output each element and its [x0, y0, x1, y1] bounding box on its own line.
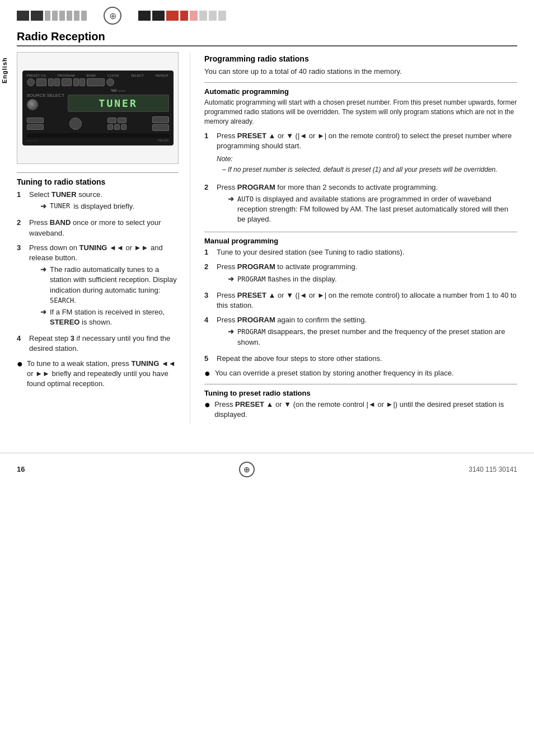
- source-knob: [27, 99, 38, 110]
- device-image: PRESET CH PROGRAM BAND CLOCK SELECT REPE…: [17, 52, 179, 164]
- top-bar: ⊕: [0, 0, 534, 25]
- auto-arrow-2: ➜ AUTO is displayed and available statio…: [228, 194, 517, 225]
- auto-step-2: 2 Press PROGRAM for more than 2 seconds …: [204, 182, 517, 227]
- btn-eject: [152, 116, 169, 123]
- stereo-display: TUNER: [68, 95, 169, 112]
- bar-right-3: [166, 11, 179, 21]
- tuning-step-2: 2 Press BAND once or more to select your…: [17, 218, 179, 238]
- btn-bottom-1: [27, 118, 44, 123]
- doc-number: 3140 115 30141: [469, 466, 517, 473]
- btn-sel-b: [79, 78, 85, 86]
- bar-right-1: [138, 11, 151, 21]
- manual-step-5: 5 Repeat the above four steps to store o…: [204, 354, 517, 364]
- btn-program: [36, 78, 46, 86]
- manual-steps-list: 1 Tune to your desired station (see Tuni…: [204, 247, 517, 364]
- manual-step-1: 1 Tune to your desired station (see Tuni…: [204, 247, 517, 257]
- stereo-top-row: [27, 78, 169, 86]
- auto-desc: Automatic programming will start with a …: [204, 98, 517, 126]
- btn-sel-a: [73, 78, 79, 86]
- auto-divider: [204, 82, 517, 83]
- content-wrapper: English PRESET CH PROGRAM BAND CLOCK SEL…: [17, 52, 517, 425]
- tuning-arrow-3a: ➜ The radio automatically tunes to a sta…: [40, 265, 179, 306]
- btn-fwd: [118, 118, 127, 123]
- btn-center: [69, 118, 82, 130]
- btn-use-set: [87, 78, 105, 86]
- bar-pattern-right: [138, 11, 226, 21]
- programming-intro: You can store up to a total of 40 radio …: [204, 67, 517, 77]
- btn-band-b: [54, 78, 60, 86]
- bar-right-7: [209, 11, 217, 21]
- bar-block-7: [74, 11, 79, 21]
- tuning-list: 1 Select TUNER source. ➜ TUNER is displa…: [17, 190, 179, 354]
- manual-bullet: ● You can override a preset station by s…: [204, 368, 517, 378]
- tuning-arrow-3b: ➜ If a FM station is received in stereo,…: [40, 307, 179, 327]
- btn-open: [152, 124, 169, 131]
- right-column: Programming radio stations You can store…: [190, 52, 517, 425]
- page-content: Radio Reception English PRESET CH PROGRA…: [0, 25, 534, 442]
- btn-sm-3: [121, 124, 127, 130]
- stereo-bottom-row: [27, 116, 169, 131]
- bar-right-8: [218, 11, 226, 21]
- note-label: Note:: [217, 154, 517, 164]
- tuning-title: Tuning to radio stations: [17, 177, 179, 186]
- tuning-step-3: 3 Press down on TUNING ◄◄ or ►► and rele…: [17, 243, 179, 330]
- bar-right-2: [152, 11, 165, 21]
- btn-preset: [27, 78, 35, 86]
- tuning-step-4: 4 Repeat step 3 if necessary until you f…: [17, 334, 179, 354]
- language-label: English: [1, 57, 8, 83]
- manual-arrow-4: ➜ PROGRAM disappears, the preset number …: [228, 327, 517, 347]
- auto-steps-list: 1 Press PRESET ▲ or ▼ (|◄ or ►| on the r…: [204, 131, 517, 227]
- bar-block-2: [31, 11, 43, 21]
- manual-step-2: 2 Press PROGRAM to activate programming.…: [204, 262, 517, 285]
- btn-sm-2: [114, 124, 120, 130]
- manual-step-3: 3 Press PRESET ▲ or ▼ (|◄ or ►| on the r…: [204, 290, 517, 311]
- bar-block-5: [59, 11, 65, 21]
- bar-right-5: [190, 11, 198, 21]
- btn-repeat: [106, 78, 114, 86]
- btn-band-a: [48, 78, 54, 86]
- programming-title: Programming radio stations: [204, 54, 517, 63]
- footer-compass-icon: ⊕: [239, 462, 255, 477]
- note-block: Note: – If no preset number is selected,…: [217, 154, 517, 175]
- btn-sm-1: [107, 124, 113, 130]
- left-column: English PRESET CH PROGRAM BAND CLOCK SEL…: [17, 52, 190, 425]
- bar-block-1: [17, 11, 29, 21]
- page-title: Radio Reception: [17, 30, 517, 46]
- bar-block-4: [52, 11, 58, 21]
- preset-title: Tuning to preset radio stations: [204, 389, 517, 397]
- auto-step-1: 1 Press PRESET ▲ or ▼ (|◄ or ►| on the r…: [204, 131, 517, 178]
- compass-icon-top: ⊕: [104, 7, 121, 25]
- note-text: – If no preset number is selected, defau…: [217, 165, 517, 175]
- stereo-unit: PRESET CH PROGRAM BAND CLOCK SELECT REPE…: [22, 71, 174, 145]
- btn-rew: [107, 118, 116, 123]
- bar-pattern-left: [17, 11, 87, 21]
- manual-divider: [204, 232, 517, 232]
- auto-title: Automatic programming: [204, 87, 517, 96]
- preset-bullet: ● Press PRESET ▲ or ▼ (on the remote con…: [204, 400, 517, 420]
- manual-title: Manual programming: [204, 237, 517, 245]
- bar-block-8: [81, 11, 87, 21]
- manual-arrow-2: ➜ PROGRAM flashes in the display.: [228, 274, 357, 284]
- tuning-arrow-1: ➜ TUNER is displayed briefly.: [40, 201, 134, 212]
- stereo-bottom-bar: [27, 133, 169, 138]
- tuning-step-1: 1 Select TUNER source. ➜ TUNER is displa…: [17, 190, 179, 213]
- bar-right-6: [199, 11, 207, 21]
- stereo-label-row: PRESET CH PROGRAM BAND CLOCK SELECT REPE…: [27, 74, 169, 77]
- bar-block-3: [45, 11, 50, 21]
- bar-block-6: [67, 11, 72, 21]
- page-footer: 16 ⊕ 3140 115 30141: [0, 453, 534, 483]
- bar-right-4: [180, 11, 188, 21]
- manual-step-4: 4 Press PROGRAM again to confirm the set…: [204, 315, 517, 349]
- tuning-bullet: ● To tune to a weak station, press TUNIN…: [17, 359, 179, 389]
- preset-divider: [204, 384, 517, 384]
- btn-clock: [62, 78, 72, 86]
- btn-bottom-2: [27, 124, 44, 130]
- tuning-divider: [17, 172, 179, 173]
- page-number: 16: [17, 465, 25, 473]
